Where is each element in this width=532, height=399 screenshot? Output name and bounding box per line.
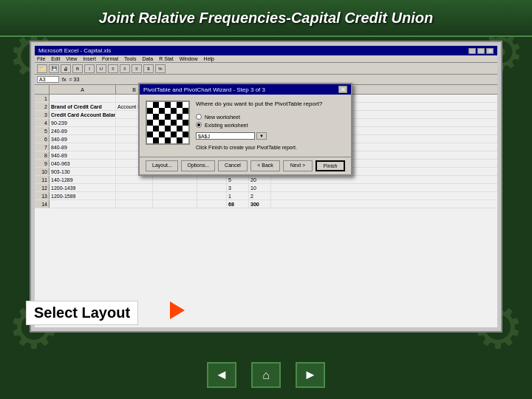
col-header-a: A xyxy=(50,85,116,94)
menu-format[interactable]: Format xyxy=(102,56,118,61)
dialog-title-text: PivotTable and PivotChart Wizard - Step … xyxy=(143,86,265,93)
formula-content: = 33 xyxy=(69,77,79,82)
dialog-question: Where do you want to put the PivotTable … xyxy=(196,100,345,108)
toolbar-btn-9[interactable]: ≡ xyxy=(132,64,142,73)
title-bar: Joint Relative Frequencies-Capital Credi… xyxy=(0,0,532,37)
excel-title-text: Microsoft Excel - Capital.xls xyxy=(38,47,111,54)
table-row: 11 140-1289 5 20 xyxy=(35,176,497,184)
dialog-close-button[interactable]: ✕ xyxy=(338,86,347,93)
location-dropdown[interactable]: ▼ xyxy=(256,132,267,140)
toolbar-btn-10[interactable]: $ xyxy=(143,64,154,73)
menu-window[interactable]: Window xyxy=(180,56,198,61)
radio-label-existing: Existing worksheet xyxy=(205,123,248,128)
home-button[interactable]: ⌂ xyxy=(251,362,281,388)
bottom-navigation: ◄ ⌂ ► xyxy=(0,362,532,388)
location-input[interactable] xyxy=(196,132,255,140)
dialog-buttons: Layout... Options... Cancel < Back Next … xyxy=(140,157,351,174)
toolbar-btn-4[interactable]: B xyxy=(72,64,83,73)
radio-circle-new[interactable] xyxy=(196,114,202,120)
radio-label-new: New worksheet xyxy=(205,115,240,120)
toolbar-btn-8[interactable]: ≡ xyxy=(120,64,130,73)
excel-toolbar: 📁 💾 🖨 B I U ≡ ≡ ≡ $ % xyxy=(35,63,497,75)
finish-button[interactable]: Finish xyxy=(316,160,345,171)
table-row: 14 68 300 xyxy=(35,200,497,208)
table-row: 12 1200-1439 3 10 xyxy=(35,184,497,192)
dialog-body: Where do you want to put the PivotTable … xyxy=(140,95,351,157)
location-row: ▼ xyxy=(196,132,345,140)
toolbar-btn-3[interactable]: 🖨 xyxy=(61,64,71,73)
arrow-right-icon xyxy=(170,301,185,319)
formula-separator: fx xyxy=(62,77,66,82)
menu-rstat[interactable]: R Stat xyxy=(159,56,173,61)
menu-insert[interactable]: Insert xyxy=(83,56,96,61)
menu-file[interactable]: File xyxy=(37,56,45,61)
select-layout-text: Select Layout xyxy=(34,304,130,321)
select-layout-label: Select Layout xyxy=(26,301,138,325)
close-button[interactable]: ✕ xyxy=(486,48,494,54)
toolbar-btn-1[interactable]: 📁 xyxy=(37,64,47,73)
toolbar-btn-5[interactable]: I xyxy=(84,64,95,73)
next-icon: ► xyxy=(304,367,317,383)
prev-button[interactable]: ◄ xyxy=(207,362,236,388)
menu-view[interactable]: View xyxy=(66,56,77,61)
click-finish-text: Click Finish to create your PivotTable r… xyxy=(196,144,345,151)
back-button[interactable]: < Back xyxy=(250,160,280,171)
radio-group: New worksheet Existing worksheet xyxy=(196,114,345,128)
home-icon: ⌂ xyxy=(262,369,270,382)
minimize-button[interactable]: _ xyxy=(468,48,476,54)
excel-menu-bar: File Edit View Insert Format Tools Data … xyxy=(35,55,497,63)
cell-reference[interactable]: A3 xyxy=(37,76,59,83)
page-title: Joint Relative Frequencies-Capital Credi… xyxy=(99,10,433,27)
next-button[interactable]: Next > xyxy=(283,160,313,171)
dialog-content: Where do you want to put the PivotTable … xyxy=(196,100,345,151)
main-content: Microsoft Excel - Capital.xls _ □ ✕ File… xyxy=(30,41,502,332)
maximize-button[interactable]: □ xyxy=(477,48,485,54)
toolbar-btn-6[interactable]: U xyxy=(96,64,106,73)
wizard-icon xyxy=(146,100,190,145)
pivot-dialog: PivotTable and PivotChart Wizard - Step … xyxy=(138,83,352,176)
layout-button[interactable]: Layout... xyxy=(146,160,178,171)
menu-data[interactable]: Data xyxy=(142,56,153,61)
options-button[interactable]: Options... xyxy=(181,160,215,171)
dialog-title-bar: PivotTable and PivotChart Wizard - Step … xyxy=(140,84,351,95)
excel-title-bar: Microsoft Excel - Capital.xls _ □ ✕ xyxy=(35,46,497,55)
radio-circle-existing[interactable] xyxy=(196,122,202,128)
cancel-button[interactable]: Cancel xyxy=(218,160,248,171)
menu-help[interactable]: Help xyxy=(204,56,214,61)
radio-existing-worksheet[interactable]: Existing worksheet xyxy=(196,122,345,128)
row-num-header xyxy=(35,85,50,94)
next-button[interactable]: ► xyxy=(296,362,325,388)
toolbar-btn-11[interactable]: % xyxy=(155,64,166,73)
toolbar-btn-2[interactable]: 💾 xyxy=(49,64,59,73)
excel-area: Microsoft Excel - Capital.xls _ □ ✕ File… xyxy=(35,46,497,327)
menu-tools[interactable]: Tools xyxy=(124,56,136,61)
menu-edit[interactable]: Edit xyxy=(51,56,60,61)
table-row: 13 1200-1589 1 2 xyxy=(35,192,497,200)
radio-new-worksheet[interactable]: New worksheet xyxy=(196,114,345,120)
prev-icon: ◄ xyxy=(215,367,228,383)
toolbar-btn-7[interactable]: ≡ xyxy=(108,64,118,73)
excel-window-controls: _ □ ✕ xyxy=(468,48,494,54)
